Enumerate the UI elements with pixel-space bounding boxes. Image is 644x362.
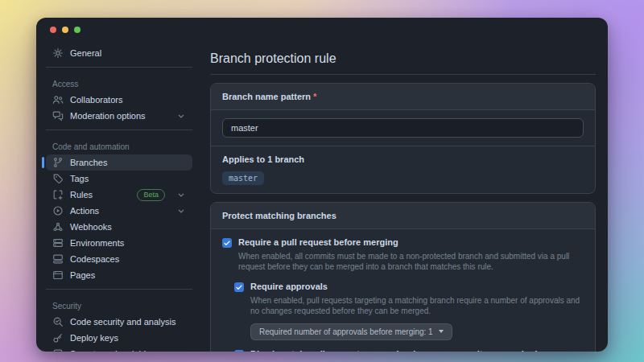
pattern-card-header: Branch name pattern* (211, 84, 595, 110)
sidebar-item-general[interactable]: General (46, 45, 192, 61)
sidebar-item-label: Webhooks (70, 222, 112, 232)
chevron-down-icon (176, 111, 186, 121)
sidebar-item-branches[interactable]: Branches (46, 154, 192, 171)
sidebar-divider (46, 289, 192, 290)
sidebar-item-label: Pages (70, 270, 95, 280)
require-approvals-label[interactable]: Require approvals (250, 282, 584, 293)
sidebar-item-label: Rules (70, 190, 93, 200)
sidebar-item-rules[interactable]: Rules Beta (46, 187, 192, 203)
sidebar-item-label: Moderation options (70, 111, 146, 121)
browser-icon (52, 269, 64, 281)
sidebar-item-label: Actions (70, 206, 99, 216)
key-icon (52, 332, 64, 343)
sidebar-item-code-security[interactable]: Code security and analysis (46, 314, 192, 330)
matching-branch-badge: master (222, 171, 264, 185)
sidebar-item-label: Collaborators (70, 95, 122, 105)
window-titlebar (36, 18, 608, 42)
applies-section: Applies to 1 branch master (211, 146, 595, 193)
secrets-icon (52, 348, 64, 352)
tag-icon (52, 173, 64, 184)
approvals-count-dropdown[interactable]: Required number of approvals before merg… (250, 323, 452, 340)
play-circle-icon (52, 205, 64, 216)
git-branch-icon (52, 157, 64, 168)
sidebar-divider (46, 130, 192, 130)
dismiss-stale-checkbox[interactable] (234, 350, 244, 352)
rules-icon (52, 189, 64, 200)
page-title: Branch protection rule (210, 48, 596, 75)
required-asterisk: * (313, 92, 316, 101)
sidebar-section-security: Security (46, 295, 192, 314)
codespaces-icon (52, 253, 64, 265)
chevron-down-icon (176, 349, 186, 352)
sidebar-section-code-automation: Code and automation (46, 136, 192, 154)
window-close-button[interactable] (50, 27, 56, 33)
branch-protection-content: Branch protection rule Branch name patte… (202, 42, 608, 352)
sidebar-item-label: Branches (70, 158, 107, 167)
sidebar-item-actions[interactable]: Actions (46, 203, 192, 219)
gear-icon (52, 47, 64, 59)
branch-name-pattern-input[interactable] (222, 118, 584, 138)
settings-sidebar: General Access Collaborators Moderation … (36, 42, 202, 352)
require-pr-checkbox[interactable] (222, 238, 232, 248)
comment-discussion-icon (52, 110, 64, 121)
dismiss-stale-row: Dismiss stale pull request approvals whe… (234, 349, 584, 352)
require-approvals-description: When enabled, pull requests targeting a … (250, 295, 584, 317)
dropdown-caret-icon (439, 330, 444, 333)
sidebar-item-pages[interactable]: Pages (46, 267, 192, 283)
pattern-header-label: Branch name pattern (222, 92, 311, 101)
sidebar-item-codespaces[interactable]: Codespaces (46, 251, 192, 267)
approvals-dropdown-label: Required number of approvals before merg… (259, 327, 433, 336)
sidebar-item-tags[interactable]: Tags (46, 171, 192, 187)
window-zoom-button[interactable] (74, 27, 80, 33)
desktop-background: General Access Collaborators Moderation … (0, 0, 644, 362)
require-approvals-row: Require approvals When enabled, pull req… (234, 282, 584, 317)
sidebar-item-label: Code security and analysis (70, 317, 175, 327)
protect-matching-branches-card: Protect matching branches Require a pull… (210, 202, 596, 352)
chevron-down-icon (176, 190, 186, 200)
webhook-icon (52, 221, 64, 232)
sidebar-item-deploy-keys[interactable]: Deploy keys (46, 330, 192, 346)
require-pr-label[interactable]: Require a pull request before merging (238, 237, 584, 249)
repo-settings-window: General Access Collaborators Moderation … (36, 18, 608, 352)
sidebar-item-webhooks[interactable]: Webhooks (46, 219, 192, 235)
sidebar-item-label: Tags (70, 174, 89, 183)
active-item-indicator (42, 157, 44, 168)
beta-badge: Beta (137, 189, 165, 201)
sidebar-item-label: Environments (70, 238, 124, 248)
sidebar-item-secrets-variables[interactable]: Secrets and variables (46, 346, 192, 352)
sidebar-item-label: Deploy keys (70, 333, 118, 343)
sidebar-divider (46, 67, 192, 68)
require-approvals-checkbox[interactable] (234, 282, 244, 292)
server-icon (52, 237, 64, 249)
protect-card-body: Require a pull request before merging Wh… (211, 229, 595, 352)
require-pr-description: When enabled, all commits must be made t… (238, 251, 584, 273)
sidebar-item-moderation-options[interactable]: Moderation options (46, 108, 192, 124)
dismiss-stale-label[interactable]: Dismiss stale pull request approvals whe… (250, 349, 584, 352)
sidebar-item-label: General (70, 48, 101, 58)
require-pr-row: Require a pull request before merging Wh… (222, 237, 584, 273)
sidebar-item-environments[interactable]: Environments (46, 235, 192, 251)
window-minimize-button[interactable] (62, 27, 68, 33)
protect-card-header: Protect matching branches (211, 203, 595, 229)
sidebar-item-label: Secrets and variables (70, 349, 155, 352)
branch-name-pattern-card: Branch name pattern* Applies to 1 branch… (210, 83, 596, 194)
codescan-icon (52, 316, 64, 327)
sidebar-section-access: Access (46, 73, 192, 92)
people-icon (52, 94, 64, 105)
applies-label: Applies to 1 branch (222, 154, 584, 164)
chevron-down-icon (176, 206, 186, 216)
sidebar-item-label: Codespaces (70, 254, 119, 264)
sidebar-item-collaborators[interactable]: Collaborators (46, 92, 192, 108)
pattern-input-section (211, 110, 595, 146)
